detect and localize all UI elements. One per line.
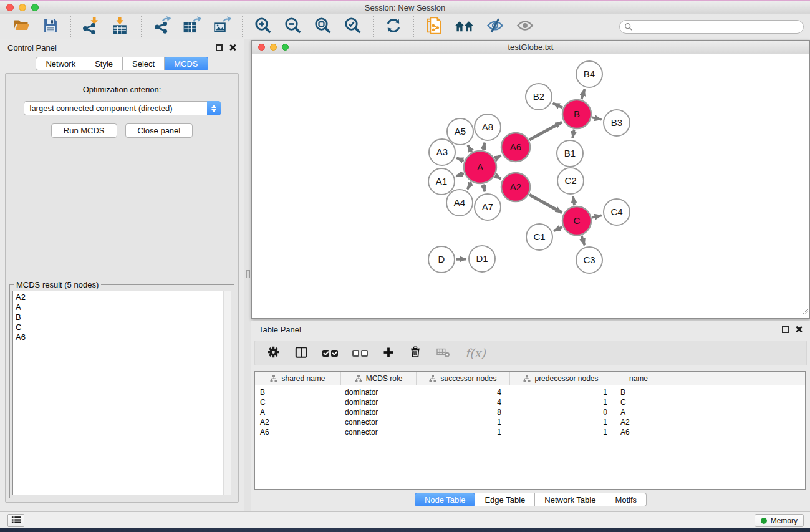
zoom-out-button[interactable] <box>282 15 304 38</box>
network-canvas[interactable]: B4B2BB3A8A5A6A3B1AA1C2A2A4A7C4CC1C3DD1 <box>252 54 809 318</box>
column-header-name[interactable]: name <box>612 372 665 385</box>
new-network-button[interactable] <box>423 15 445 38</box>
close-panel-button[interactable]: Close panel <box>125 123 193 138</box>
column-header-successor-nodes[interactable]: successor nodes <box>417 372 510 385</box>
float-table-panel-icon[interactable] <box>782 326 789 333</box>
application-window: Session: New Session <box>0 0 810 532</box>
edge-C-C2[interactable] <box>573 196 574 206</box>
splitter-handle[interactable] <box>246 270 250 278</box>
zoom-fit-icon <box>314 16 332 37</box>
edge-A-A7[interactable] <box>483 185 485 192</box>
delete-table-button[interactable] <box>436 346 451 360</box>
edge-A6-B[interactable] <box>529 122 562 140</box>
select-all-button[interactable] <box>322 350 338 357</box>
table-panel-title: Table Panel <box>259 325 301 334</box>
import-table-button[interactable] <box>110 15 132 38</box>
network-graph[interactable]: B4B2BB3A8A5A6A3B1AA1C2A2A4A7C4CC1C3DD1 <box>252 54 809 318</box>
main-toolbar <box>0 14 810 39</box>
float-panel-icon[interactable] <box>216 44 223 51</box>
zoom-in-button[interactable] <box>253 15 274 38</box>
edge-B-B2[interactable] <box>553 103 563 107</box>
control-panel-tabs: NetworkStyleSelectMCDS <box>0 57 244 70</box>
tab-style[interactable]: Style <box>85 57 123 70</box>
criterion-dropdown[interactable]: largest connected component (directed) <box>24 101 221 115</box>
table-cell: 4 <box>417 397 510 407</box>
show-columns-button[interactable] <box>294 346 308 360</box>
table-row[interactable]: Bdominator41B <box>255 387 805 397</box>
close-table-panel-icon[interactable] <box>795 326 803 333</box>
save-session-button[interactable] <box>41 16 60 37</box>
edge-A-A2[interactable] <box>495 176 501 179</box>
table-cell-empty <box>665 427 805 437</box>
tab-mcds[interactable]: MCDS <box>165 57 208 70</box>
node-label-C3: C3 <box>583 254 595 265</box>
unchecked-checkbox-icon <box>361 350 368 357</box>
table-cell: 1 <box>510 397 612 407</box>
tree-icon <box>523 375 531 382</box>
column-header-mcds-role[interactable]: MCDS role <box>341 372 417 385</box>
tab-node-table[interactable]: Node Table <box>415 493 476 506</box>
table-settings-button[interactable] <box>267 346 280 360</box>
edge-C-C3[interactable] <box>582 236 585 245</box>
hide-selected-button[interactable] <box>485 16 506 37</box>
show-all-button[interactable] <box>514 16 536 37</box>
edge-C-C1[interactable] <box>554 227 562 231</box>
search-input[interactable] <box>619 20 804 34</box>
mcds-result-item[interactable]: B <box>16 312 223 322</box>
table-row[interactable]: Adominator80A <box>255 407 805 417</box>
network-file-icon <box>425 16 443 37</box>
table-row[interactable]: A6connector11A6 <box>255 427 805 437</box>
mcds-result-item[interactable]: A6 <box>16 332 223 342</box>
home-button[interactable] <box>453 16 476 37</box>
run-mcds-button[interactable]: Run MCDS <box>51 123 117 138</box>
column-header-shared-name[interactable]: shared name <box>255 372 341 385</box>
edge-B-B1[interactable] <box>572 130 574 138</box>
edge-A-A1[interactable] <box>456 173 463 177</box>
edge-A2-C[interactable] <box>529 195 562 213</box>
node-label-B3: B3 <box>611 117 622 128</box>
add-column-button[interactable] <box>382 346 395 360</box>
column-header-predecessor-nodes[interactable]: predecessor nodes <box>510 372 612 385</box>
table-cell: 8 <box>417 407 510 417</box>
tab-network[interactable]: Network <box>36 57 85 70</box>
edge-A-A6[interactable] <box>495 155 501 158</box>
tree-icon <box>429 375 436 382</box>
import-network-button[interactable] <box>80 15 102 38</box>
edge-A-A3[interactable] <box>456 158 464 161</box>
memory-status-icon <box>761 518 767 524</box>
tab-motifs[interactable]: Motifs <box>605 493 647 506</box>
mcds-result-item[interactable]: A2 <box>16 293 223 302</box>
open-session-button[interactable] <box>11 16 32 37</box>
edge-B-B4[interactable] <box>581 89 584 99</box>
result-list-scrollbar[interactable] <box>223 291 231 495</box>
table-row[interactable]: Cdominator41C <box>255 397 805 407</box>
function-builder-button[interactable]: f(x) <box>465 346 486 360</box>
task-history-button[interactable] <box>7 514 24 527</box>
deselect-all-button[interactable] <box>352 350 368 357</box>
export-image-button[interactable] <box>211 15 233 38</box>
mcds-result-item[interactable]: C <box>16 322 223 332</box>
export-table-button[interactable] <box>181 15 203 38</box>
edge-C-C4[interactable] <box>592 215 601 217</box>
export-network-button[interactable] <box>152 15 173 38</box>
refresh-layout-button[interactable] <box>383 16 403 37</box>
dropdown-stepper-icon <box>207 101 221 115</box>
edge-A-A5[interactable] <box>468 145 471 152</box>
edge-A-A8[interactable] <box>483 143 485 150</box>
resize-grip-icon[interactable] <box>801 306 808 317</box>
toolbar-separator <box>242 16 243 37</box>
mcds-result-list[interactable]: A2ABCA6 <box>12 291 231 495</box>
zoom-selected-button[interactable] <box>342 15 364 38</box>
mcds-result-item[interactable]: A <box>16 302 223 312</box>
table-row[interactable]: A2connector11A2 <box>255 417 805 427</box>
tab-select[interactable]: Select <box>123 57 165 70</box>
tab-network-table[interactable]: Network Table <box>535 493 605 506</box>
memory-button[interactable]: Memory <box>755 514 804 527</box>
zoom-fit-button[interactable] <box>312 15 334 38</box>
tab-edge-table[interactable]: Edge Table <box>475 493 535 506</box>
edge-A-A4[interactable] <box>468 182 471 189</box>
table-body: Bdominator41BCdominator41CAdominator80AA… <box>255 385 805 437</box>
edge-B-B3[interactable] <box>592 117 601 119</box>
delete-column-button[interactable] <box>409 346 422 360</box>
close-panel-icon[interactable] <box>229 44 236 51</box>
